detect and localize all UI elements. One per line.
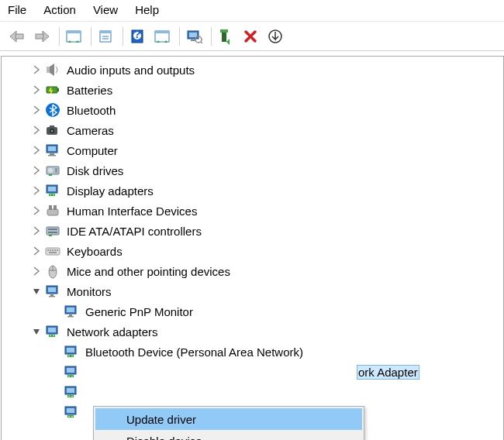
monitor-icon [64, 304, 79, 319]
expand-icon[interactable] [31, 145, 42, 156]
tree-node[interactable]: Generic PnP Monitor [2, 301, 503, 321]
expand-icon[interactable] [31, 165, 42, 176]
scan-hardware-button[interactable] [183, 26, 205, 46]
tree-node-label[interactable]: Mice and other pointing devices [65, 264, 232, 279]
properties-button[interactable] [95, 26, 116, 46]
menu-action[interactable]: Action [43, 3, 76, 16]
network-icon [64, 344, 79, 359]
expand-icon[interactable] [31, 225, 42, 236]
tree-node[interactable]: Monitors [2, 281, 503, 301]
network-icon [64, 404, 79, 420]
svg-line-17 [201, 42, 202, 43]
network-icon [64, 364, 79, 380]
tree-node-label[interactable]: Network adapters [65, 325, 160, 339]
svg-rect-0 [16, 34, 23, 39]
disk-icon [45, 163, 60, 178]
expand-icon[interactable] [31, 266, 42, 277]
tree-node-label[interactable]: Bluetooth Device (Personal Area Network) [84, 345, 305, 359]
tree-node-label[interactable]: Audio inputs and outputs [65, 63, 196, 77]
collapse-icon[interactable] [31, 326, 42, 337]
back-button[interactable] [6, 26, 28, 46]
menu-help[interactable]: Help [135, 3, 159, 16]
svg-rect-19 [220, 29, 228, 33]
tree-node[interactable]: Network adapters [2, 321, 503, 342]
tree-node-label[interactable]: IDE ATA/ATAPI controllers [65, 224, 203, 239]
tree-node-label[interactable]: Bluetooth [65, 103, 117, 118]
tree-node-label[interactable]: Monitors [65, 284, 113, 299]
tree-node[interactable]: Mice and other pointing devices [2, 261, 503, 281]
svg-rect-15 [191, 40, 195, 41]
tree-node[interactable]: Bluetooth Device (Personal Area Network) [2, 342, 503, 362]
tree-node-label[interactable]: Batteries [65, 83, 114, 98]
action-pane-button[interactable] [151, 26, 173, 46]
display-icon [45, 183, 60, 198]
computer-icon [45, 143, 60, 158]
tree-node[interactable] [2, 382, 503, 402]
tree-node-label[interactable] [84, 411, 87, 413]
update-driver-button[interactable] [215, 26, 236, 46]
tree-node[interactable]: Batteries [2, 80, 503, 100]
svg-rect-5 [100, 31, 111, 33]
svg-rect-14 [189, 33, 197, 37]
tree-node-label[interactable]: Cameras [65, 123, 116, 138]
menu-file[interactable]: File [8, 3, 26, 16]
hid-icon [45, 203, 60, 218]
speaker-icon [45, 62, 60, 77]
network-icon [45, 324, 60, 339]
tree-node[interactable]: Computer [2, 140, 503, 160]
keyboard-icon [45, 243, 60, 259]
svg-rect-1 [36, 34, 43, 39]
tree-node[interactable]: IDE ATA/ATAPI controllers [2, 221, 503, 241]
expand-icon[interactable] [31, 105, 42, 115]
menu-view[interactable]: View [93, 3, 118, 16]
monitor-icon [45, 284, 60, 299]
expand-icon[interactable] [31, 205, 42, 216]
show-hide-console-button[interactable] [63, 26, 85, 46]
camera-icon [45, 122, 60, 138]
tree-node[interactable]: Cameras [2, 120, 503, 140]
network-icon [64, 384, 79, 400]
svg-rect-18 [222, 31, 226, 42]
device-tree: Audio inputs and outputsBatteriesBluetoo… [1, 56, 504, 440]
svg-rect-3 [67, 31, 81, 33]
ide-icon [45, 223, 60, 239]
tree-node-label[interactable]: Generic PnP Monitor [84, 304, 195, 319]
disable-device-button[interactable] [264, 26, 286, 46]
context-menu: Update driverDisable device [93, 406, 364, 440]
tree-node-label[interactable]: ork Adapter [357, 365, 419, 380]
help-button[interactable]: ? [126, 26, 148, 46]
uninstall-device-button[interactable] [240, 26, 261, 46]
tree-node-label[interactable]: Computer [65, 143, 119, 158]
collapse-icon[interactable] [31, 286, 42, 297]
tree-node-label[interactable] [84, 391, 87, 393]
menubar: File Action View Help [0, 0, 504, 22]
tree-node-label[interactable]: Display adapters [65, 184, 155, 198]
tree-node-label[interactable]: Disk drives [65, 163, 125, 178]
tree-node[interactable]: Audio inputs and outputs [2, 60, 503, 80]
context-menu-item[interactable]: Disable device [95, 430, 362, 440]
battery-icon [45, 82, 60, 98]
svg-text:?: ? [133, 29, 140, 40]
tree-node[interactable]: Bluetooth [2, 100, 503, 120]
forward-button[interactable] [31, 26, 53, 46]
expand-icon[interactable] [31, 246, 42, 256]
expand-icon[interactable] [31, 125, 42, 136]
expand-icon[interactable] [31, 84, 42, 95]
tree-node[interactable]: ork Adapter [2, 362, 503, 382]
svg-rect-12 [155, 31, 169, 33]
toolbar: ? [0, 22, 504, 51]
tree-node[interactable]: Human Interface Devices [2, 201, 503, 221]
expand-icon[interactable] [31, 185, 42, 196]
expand-icon[interactable] [31, 64, 42, 75]
context-menu-item[interactable]: Update driver [95, 408, 362, 430]
mouse-icon [45, 263, 60, 279]
tree-node-label[interactable]: Keyboards [65, 244, 124, 259]
tree-node[interactable]: Disk drives [2, 160, 503, 180]
tree-node[interactable]: Display adapters [2, 180, 503, 201]
tree-node[interactable]: Keyboards [2, 241, 503, 261]
tree-node-label[interactable]: Human Interface Devices [65, 204, 198, 218]
bluetooth-icon [45, 102, 60, 118]
